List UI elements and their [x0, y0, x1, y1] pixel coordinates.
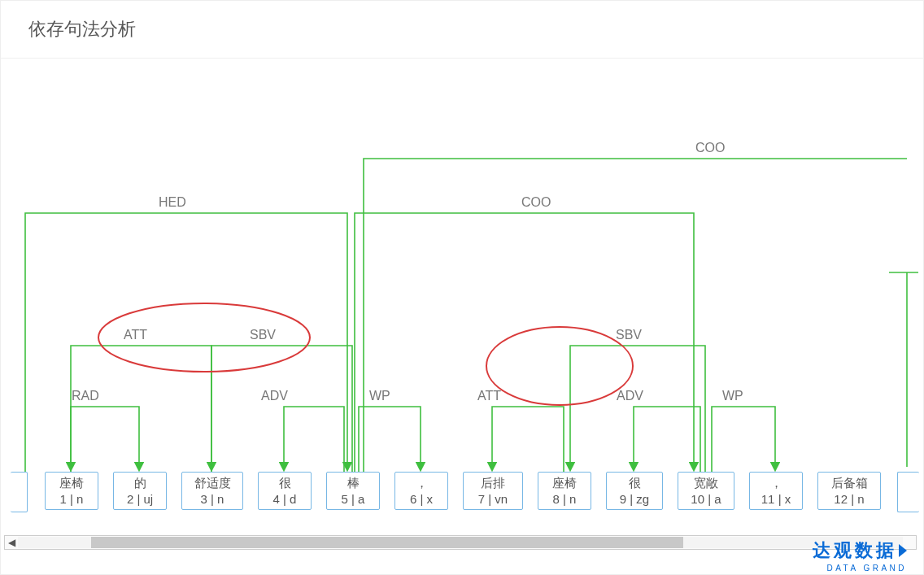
token-10: 宽敞10 | a — [678, 472, 734, 510]
arc-label-COO: COO — [695, 141, 725, 155]
arc-label-ADV: ADV — [617, 389, 643, 403]
arc-layer — [11, 65, 918, 529]
token-2: 的2 | uj — [113, 472, 167, 510]
play-icon — [899, 544, 907, 557]
arc-label-SBV: SBV — [616, 328, 642, 342]
arc-label-COO: COO — [521, 195, 551, 210]
brand-en: DATA GRAND — [813, 564, 907, 573]
token-8: 座椅8 | n — [538, 472, 591, 510]
token-5: 棒5 | a — [326, 472, 380, 510]
arc-label-WP: WP — [722, 389, 743, 403]
page-title: 依存句法分析 — [1, 1, 923, 59]
token-6: ，6 | x — [394, 472, 448, 510]
brand-cn: 达观数据 — [813, 538, 897, 563]
scroll-thumb[interactable] — [91, 537, 683, 548]
dependency-diagram: 座椅1 | n的2 | uj舒适度3 | n很4 | d棒5 | a，6 | x… — [11, 65, 918, 529]
arc-label-ADV: ADV — [261, 389, 288, 403]
token-11: ，11 | x — [749, 472, 803, 510]
arc-label-HED: HED — [159, 195, 186, 210]
arc-label-ATT: ATT — [124, 328, 147, 342]
token-9: 很9 | zg — [606, 472, 663, 510]
arc-label-WP: WP — [369, 389, 390, 403]
token-7: 后排7 | vn — [463, 472, 523, 510]
token-3: 舒适度3 | n — [181, 472, 243, 510]
arc-label-SBV: SBV — [250, 328, 276, 342]
brand-logo: 达观数据 DATA GRAND — [813, 538, 907, 573]
app-window: 依存句法分析 座椅1 | n的2 | uj舒适度3 | n很4 | d棒5 | … — [0, 0, 924, 575]
arc-label-ATT: ATT — [477, 389, 501, 403]
token-1: 座椅1 | n — [45, 472, 98, 510]
token-partial-right — [897, 472, 919, 512]
horizontal-scrollbar[interactable]: ◀ ▶ — [4, 535, 917, 550]
token-partial-left — [11, 472, 28, 512]
scroll-left-arrow[interactable]: ◀ — [5, 537, 18, 548]
arc-label-RAD: RAD — [72, 389, 99, 403]
token-12: 后备箱12 | n — [817, 472, 881, 510]
token-4: 很4 | d — [258, 472, 312, 510]
scroll-track[interactable] — [18, 537, 903, 548]
